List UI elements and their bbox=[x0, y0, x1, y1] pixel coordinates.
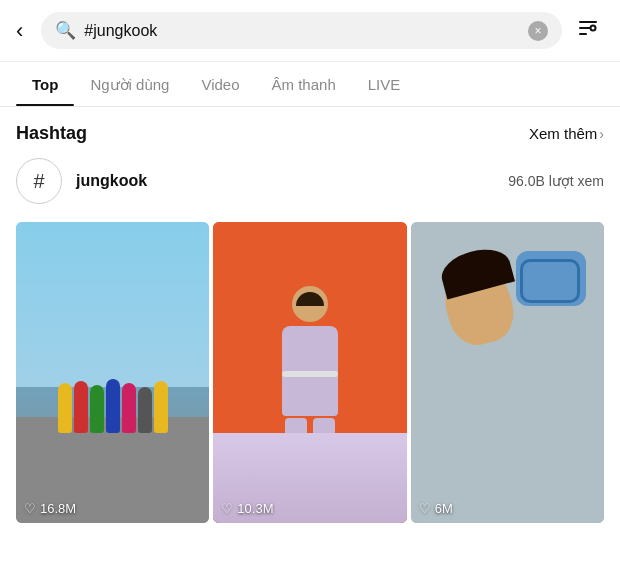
search-icon: 🔍 bbox=[55, 20, 76, 41]
video-likes-1: ♡ 16.8M bbox=[24, 501, 76, 516]
video-thumb-1[interactable]: ♡ 16.8M bbox=[16, 222, 209, 523]
search-bar: 🔍 #jungkook × bbox=[41, 12, 562, 49]
video-grid: ♡ 16.8M bbox=[16, 222, 604, 523]
video-likes-3: ♡ 6M bbox=[419, 501, 453, 516]
header: ‹ 🔍 #jungkook × bbox=[0, 0, 620, 62]
tab-live[interactable]: LIVE bbox=[352, 62, 417, 106]
content-area: Hashtag Xem thêm › # jungkook 96.0B lượt… bbox=[0, 107, 620, 523]
video-thumb-2[interactable]: ♡ 10.3M bbox=[213, 222, 406, 523]
hashtag-name: jungkook bbox=[76, 172, 494, 190]
hashtag-views: 96.0B lượt xem bbox=[508, 173, 604, 189]
back-button[interactable]: ‹ bbox=[16, 14, 31, 48]
hashtag-section-title: Hashtag bbox=[16, 123, 87, 144]
hashtag-icon: # bbox=[16, 158, 62, 204]
svg-point-2 bbox=[591, 26, 596, 31]
tab-am-thanh[interactable]: Âm thanh bbox=[256, 62, 352, 106]
tabs-bar: Top Người dùng Video Âm thanh LIVE bbox=[0, 62, 620, 107]
search-query-text: #jungkook bbox=[84, 22, 520, 40]
clear-search-button[interactable]: × bbox=[528, 21, 548, 41]
filter-icon bbox=[576, 16, 600, 40]
see-more-label: Xem thêm bbox=[529, 125, 597, 142]
see-more-button[interactable]: Xem thêm › bbox=[529, 125, 604, 142]
video-thumb-3[interactable]: ♡ 6M bbox=[411, 222, 604, 523]
heart-icon-3: ♡ bbox=[419, 501, 431, 516]
hashtag-row[interactable]: # jungkook 96.0B lượt xem bbox=[16, 158, 604, 204]
heart-icon-2: ♡ bbox=[221, 501, 233, 516]
tab-nguoi-dung[interactable]: Người dùng bbox=[74, 62, 185, 106]
tab-top[interactable]: Top bbox=[16, 62, 74, 106]
hashtag-section-header: Hashtag Xem thêm › bbox=[16, 123, 604, 144]
heart-icon-1: ♡ bbox=[24, 501, 36, 516]
chevron-right-icon: › bbox=[599, 126, 604, 142]
video-likes-2: ♡ 10.3M bbox=[221, 501, 273, 516]
filter-button[interactable] bbox=[572, 12, 604, 49]
tab-video[interactable]: Video bbox=[185, 62, 255, 106]
